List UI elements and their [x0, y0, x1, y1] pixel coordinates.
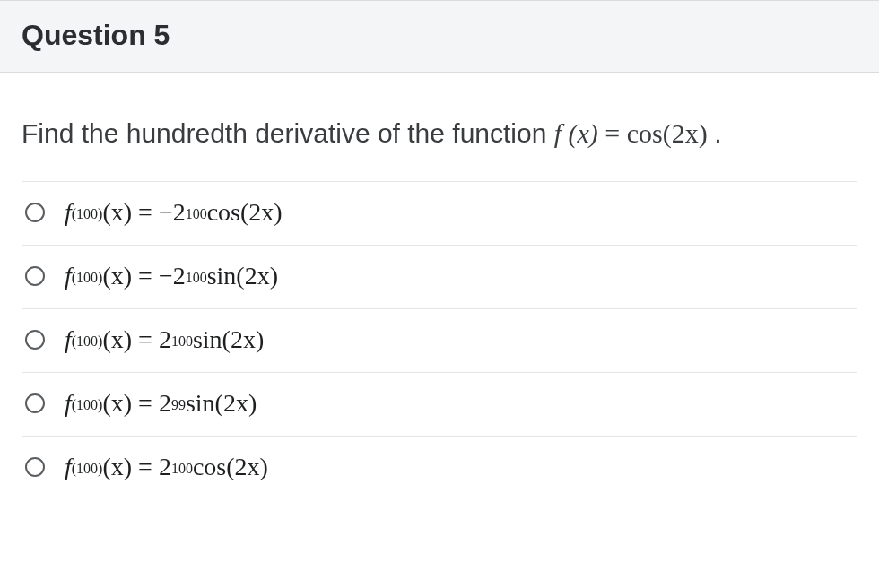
answer-math: f(100) (x) = 2100 sin(2x): [65, 325, 264, 354]
question-title: Question 5: [22, 19, 857, 52]
answer-math: f(100) (x) = −2100 sin(2x): [65, 262, 278, 290]
radio-icon[interactable]: [25, 203, 45, 222]
question-header: Question 5: [0, 0, 879, 73]
answer-option[interactable]: f(100) (x) = −2100 sin(2x): [22, 245, 857, 308]
radio-icon[interactable]: [25, 393, 45, 413]
answer-math: f(100) (x) = 2100 cos(2x): [65, 453, 268, 481]
radio-icon[interactable]: [25, 266, 45, 286]
prompt-function: f (x) = cos(2x): [554, 118, 715, 148]
radio-icon[interactable]: [25, 330, 45, 350]
radio-icon[interactable]: [25, 457, 45, 477]
answer-option[interactable]: f(100) (x) = 2100 cos(2x): [22, 436, 857, 499]
question-prompt: Find the hundredth derivative of the fun…: [0, 73, 879, 181]
answer-option[interactable]: f(100) (x) = 2100 sin(2x): [22, 308, 857, 372]
prompt-lead: Find the hundredth derivative of the fun…: [22, 118, 554, 148]
answer-math: f(100) (x) = 299 sin(2x): [65, 389, 257, 418]
answer-option[interactable]: f(100) (x) = −2100 cos(2x): [22, 181, 857, 245]
answer-math: f(100) (x) = −2100 cos(2x): [65, 198, 283, 227]
answer-option[interactable]: f(100) (x) = 299 sin(2x): [22, 372, 857, 436]
answer-options: f(100) (x) = −2100 cos(2x) f(100) (x) = …: [0, 181, 879, 499]
